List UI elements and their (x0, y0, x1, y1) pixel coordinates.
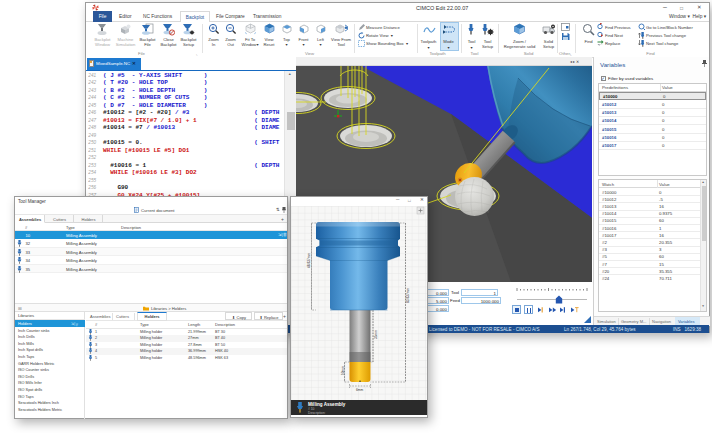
svg-text:10mm: 10mm (341, 366, 345, 375)
svg-text:48.837mm: 48.837mm (307, 253, 311, 268)
svg-text:35mm: 35mm (374, 330, 378, 339)
svg-text:83.837mm: 83.837mm (406, 288, 410, 303)
svg-text:6mm: 6mm (356, 388, 363, 392)
